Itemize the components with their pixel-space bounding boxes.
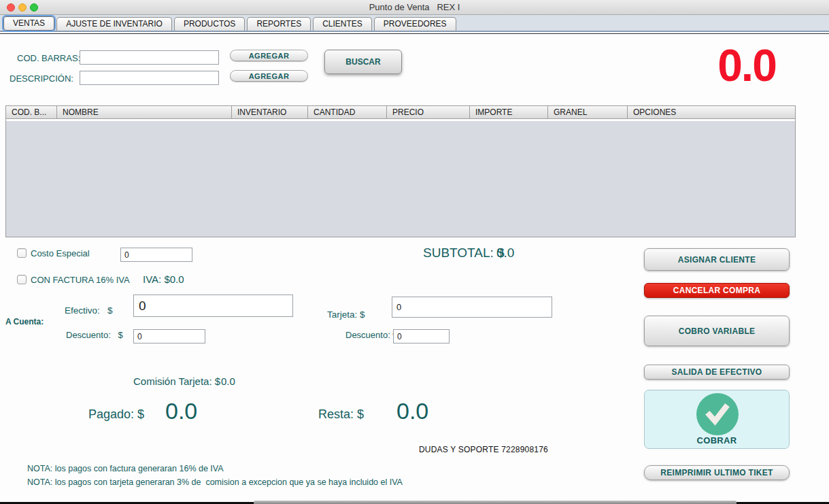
discount-amount-input[interactable] bbox=[133, 329, 205, 343]
variable-charge-button[interactable]: COBRO VARIABLE bbox=[644, 316, 790, 346]
subtotal-label: SUBTOTAL: $ bbox=[423, 246, 505, 261]
remaining-label: Resta: $ bbox=[318, 407, 364, 422]
discount-percent-input[interactable] bbox=[393, 329, 450, 343]
tab-ventas[interactable]: VENTAS bbox=[3, 16, 54, 31]
note-card: NOTA: los pagos con tarjeta generaran 3%… bbox=[27, 477, 403, 487]
cash-label: Efectivo: $ bbox=[65, 305, 113, 316]
description-label: DESCRIPCIÓN: bbox=[10, 73, 73, 84]
pos-window: Punto de Venta REX I VENTAS AJUSTE DE IN… bbox=[0, 0, 829, 504]
cash-input[interactable] bbox=[133, 295, 293, 317]
tabs: VENTAS AJUSTE DE INVENTARIO PRODUCTOS RE… bbox=[3, 16, 458, 31]
assign-client-button[interactable]: ASIGNAR CLIENTE bbox=[644, 248, 790, 271]
col-granel[interactable]: GRANEL bbox=[548, 106, 628, 118]
tab-reportes[interactable]: REPORTES bbox=[247, 17, 311, 31]
discount-percent-label: Descuento: % bbox=[345, 330, 401, 340]
grand-total-display: 0.0 bbox=[699, 39, 794, 91]
discount-amount-label: Descuento: $ bbox=[66, 330, 123, 340]
support-text: DUDAS Y SOPORTE 7228908176 bbox=[419, 445, 548, 454]
remaining-value: 0.0 bbox=[396, 398, 428, 424]
col-opciones[interactable]: OPCIONES bbox=[628, 106, 795, 118]
window-title: Punto de Venta REX I bbox=[369, 2, 460, 12]
paid-value: 0.0 bbox=[165, 398, 197, 424]
barcode-input[interactable] bbox=[80, 50, 219, 65]
checkmark-icon bbox=[696, 393, 739, 435]
add-barcode-button[interactable]: AGREGAR bbox=[230, 50, 308, 61]
tab-productos[interactable]: PRODUCTOS bbox=[174, 17, 245, 31]
cancel-purchase-button[interactable]: CANCELAR COMPRA bbox=[644, 283, 790, 298]
special-cost-label: Costo Especial bbox=[31, 248, 90, 258]
search-button[interactable]: BUSCAR bbox=[324, 50, 402, 74]
tab-proveedores[interactable]: PROVEEDORES bbox=[374, 17, 456, 31]
items-table-body bbox=[6, 121, 795, 237]
description-input[interactable] bbox=[80, 71, 219, 85]
close-icon[interactable] bbox=[7, 3, 15, 12]
col-inventario[interactable]: INVENTARIO bbox=[232, 106, 308, 118]
card-fee-value: 0.0 bbox=[221, 375, 235, 387]
items-table[interactable]: COD. B... NOMBRE INVENTARIO CANTIDAD PRE… bbox=[5, 105, 796, 237]
col-importe[interactable]: IMPORTE bbox=[470, 106, 548, 118]
charge-button[interactable]: COBRAR bbox=[644, 390, 790, 449]
items-table-header: COD. B... NOMBRE INVENTARIO CANTIDAD PRE… bbox=[6, 106, 795, 119]
iva-value: IVA: $0.0 bbox=[143, 273, 184, 285]
barcode-label: COD. BARRAS: bbox=[17, 53, 80, 63]
col-cantidad[interactable]: CANTIDAD bbox=[308, 106, 387, 118]
special-cost-input[interactable] bbox=[120, 248, 192, 262]
titlebar: Punto de Venta REX I bbox=[0, 0, 829, 15]
col-cod-barras[interactable]: COD. B... bbox=[6, 106, 57, 118]
invoice-label: CON FACTURA 16% IVA bbox=[31, 275, 130, 285]
minimize-icon[interactable] bbox=[18, 3, 27, 12]
cash-out-button[interactable]: SALIDA DE EFECTIVO bbox=[644, 365, 790, 380]
tab-ajuste-de-inventario[interactable]: AJUSTE DE INVENTARIO bbox=[56, 17, 172, 31]
charge-button-label: COBRAR bbox=[645, 435, 789, 446]
note-invoice: NOTA: los pagos con factura generaran 16… bbox=[27, 464, 224, 473]
reprint-ticket-button[interactable]: REIMPRIMIR ULTIMO TIKET bbox=[644, 465, 790, 480]
zoom-icon[interactable] bbox=[30, 3, 38, 12]
dock-top-bar[interactable] bbox=[254, 501, 737, 504]
invoice-checkbox[interactable] bbox=[17, 275, 27, 284]
subtotal-value: 0.0 bbox=[496, 246, 514, 261]
special-cost-checkbox[interactable] bbox=[17, 248, 27, 258]
col-precio[interactable]: PRECIO bbox=[387, 106, 470, 118]
on-account-label: A Cuenta: bbox=[5, 317, 44, 326]
tab-clientes[interactable]: CLIENTES bbox=[313, 17, 372, 31]
tab-strip-underline bbox=[0, 33, 829, 34]
card-label: Tarjeta: $ bbox=[327, 309, 365, 320]
col-nombre[interactable]: NOMBRE bbox=[57, 106, 232, 118]
card-input[interactable] bbox=[392, 297, 552, 318]
add-description-button[interactable]: AGREGAR bbox=[230, 70, 308, 82]
tab-strip: VENTAS AJUSTE DE INVENTARIO PRODUCTOS RE… bbox=[0, 15, 829, 32]
card-fee-label: Comisión Tarjeta: $ bbox=[133, 375, 220, 387]
paid-label: Pagado: $ bbox=[88, 407, 144, 422]
